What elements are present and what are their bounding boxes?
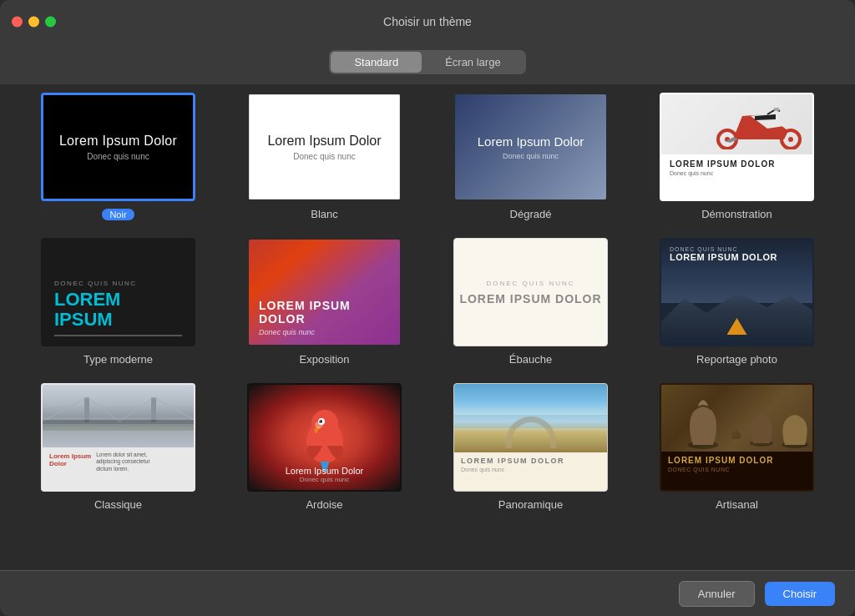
theme-item-panoramique[interactable]: LOREM IPSUM DOLOR Donec quis nunc Panora… (438, 383, 624, 512)
theme-typem-line (54, 335, 182, 336)
minimize-button[interactable] (28, 17, 39, 28)
theme-degrade-title: Lorem Ipsum Dolor (478, 134, 584, 149)
theme-item-noir[interactable]: Lorem Ipsum Dolor Donec quis nunc Noir (25, 93, 211, 221)
bottom-bar: Annuler Choisir (0, 570, 855, 616)
svg-point-19 (319, 420, 321, 422)
theme-item-artisanal[interactable]: LOREM IPSUM DOLOR DONEC QUIS NUNC Artisa… (644, 383, 830, 512)
theme-artisanal-title: LOREM IPSUM DOLOR (668, 456, 806, 465)
tab-widescreen[interactable]: Écran large (422, 52, 524, 73)
theme-degrade-label-wrap: Dégradé (510, 206, 552, 221)
theme-reportage-donec: DONEC QUIS NUNC (670, 246, 804, 252)
svg-rect-14 (43, 385, 194, 420)
themes-grid: Lorem Ipsum Dolor Donec quis nunc Noir L… (25, 93, 830, 512)
themes-content: Lorem Ipsum Dolor Donec quis nunc Noir L… (0, 84, 855, 571)
theme-ardoise-sub: Donec quis nunc (249, 476, 400, 483)
maximize-button[interactable] (45, 17, 56, 28)
theme-thumb-degrade[interactable]: Lorem Ipsum Dolor Donec quis nunc (453, 93, 608, 201)
theme-ardoise-label: Ardoise (306, 498, 342, 511)
theme-typem-donec: DONEC QUIS NUNC (54, 280, 182, 287)
theme-item-type-moderne[interactable]: DONEC QUIS NUNC LOREM IPSUM Type moderne (25, 238, 211, 366)
theme-demonstration-label: Démonstration (701, 208, 772, 220)
theme-blanc-label-wrap: Blanc (311, 206, 338, 221)
tab-standard[interactable]: Standard (331, 52, 422, 73)
theme-blanc-sub: Donec quis nunc (293, 152, 356, 161)
window-title: Choisir un thème (383, 15, 472, 28)
theme-item-ebauche[interactable]: DONEC QUIS NUNC LOREM IPSUM DOLOR Ébauch… (438, 238, 624, 366)
theme-expo-title: LOREM IPSUM DOLOR (259, 299, 390, 326)
parrot-icon (287, 400, 362, 475)
theme-reportage-title: LOREM IPSUM DOLOR (670, 252, 804, 263)
theme-exposition-label: Exposition (300, 353, 350, 366)
theme-item-blanc[interactable]: Lorem Ipsum Dolor Donec quis nunc Blanc (231, 93, 417, 221)
svg-rect-6 (43, 431, 194, 447)
theme-item-degrade[interactable]: Lorem Ipsum Dolor Donec quis nunc Dégrad… (438, 93, 624, 221)
theme-blanc-title: Lorem Ipsum Dolor (267, 134, 381, 149)
theme-classique-label-wrap: Classique (94, 497, 142, 512)
theme-classique-left: Lorem IpsumDolor (49, 452, 91, 486)
theme-thumb-blanc[interactable]: Lorem Ipsum Dolor Donec quis nunc (247, 93, 402, 201)
theme-ebauche-label-wrap: Ébauche (509, 351, 552, 366)
theme-blanc-label: Blanc (311, 208, 338, 220)
theme-noir-label-wrap: Noir (102, 206, 134, 221)
svg-point-3 (788, 137, 793, 142)
theme-thumb-classique[interactable]: Lorem IpsumDolor Lorem dolor sit amet,ad… (41, 383, 195, 492)
theme-demo-title: LOREM IPSUM DOLOR (670, 159, 804, 169)
theme-thumb-artisanal[interactable]: LOREM IPSUM DOLOR DONEC QUIS NUNC (660, 383, 814, 492)
tab-group: Standard Écran large (329, 50, 525, 74)
theme-demonstration-label-wrap: Démonstration (701, 206, 772, 221)
choose-button[interactable]: Choisir (765, 582, 835, 606)
cancel-button[interactable]: Annuler (679, 581, 755, 607)
theme-ebauche-donec: DONEC QUIS NUNC (486, 280, 574, 287)
theme-type-moderne-label: Type moderne (83, 353, 153, 366)
theme-item-ardoise[interactable]: Lorem Ipsum Dolor Donec quis nunc Ardois… (231, 383, 417, 512)
svg-point-20 (315, 422, 323, 428)
theme-item-classique[interactable]: Lorem IpsumDolor Lorem dolor sit amet,ad… (25, 383, 211, 512)
bridge-icon (43, 385, 194, 447)
theme-item-demonstration[interactable]: LOREM IPSUM DOLOR Donec quis nunc Démons… (644, 93, 830, 221)
theme-thumb-reportage-photo[interactable]: DONEC QUIS NUNC LOREM IPSUM DOLOR (660, 238, 814, 346)
theme-pano-sub: Donec quis nunc (461, 467, 600, 472)
theme-degrade-sub: Donec quis nunc (503, 152, 559, 160)
theme-classique-right: Lorem dolor sit amet,adipiscing consecte… (96, 452, 149, 486)
theme-panoramique-label-wrap: Panoramique (498, 497, 563, 512)
titlebar: Choisir un thème (0, 0, 855, 43)
theme-demo-sub: Donec quis nunc (670, 170, 804, 176)
traffic-lights (12, 17, 56, 28)
theme-pano-title: LOREM IPSUM DOLOR (461, 457, 600, 465)
theme-reportage-photo-label-wrap: Reportage photo (696, 351, 777, 366)
theme-exposition-label-wrap: Exposition (300, 351, 350, 366)
theme-type-moderne-label-wrap: Type moderne (83, 351, 153, 366)
theme-artisanal-label-wrap: Artisanal (716, 497, 758, 512)
theme-thumb-ardoise[interactable]: Lorem Ipsum Dolor Donec quis nunc (247, 383, 402, 492)
theme-thumb-panoramique[interactable]: LOREM IPSUM DOLOR Donec quis nunc (453, 383, 608, 492)
theme-classique-label: Classique (94, 498, 142, 511)
window: Choisir un thème Standard Écran large Lo… (0, 0, 855, 616)
moto-icon (709, 99, 809, 149)
theme-noir-badge: Noir (102, 209, 134, 220)
theme-degrade-label: Dégradé (510, 208, 552, 220)
theme-noir-title: Lorem Ipsum Dolor (59, 134, 177, 149)
theme-item-exposition[interactable]: LOREM IPSUM DOLOR Donec quis nunc Exposi… (231, 238, 417, 366)
theme-artisanal-label: Artisanal (716, 498, 758, 511)
theme-panoramique-label: Panoramique (498, 498, 563, 511)
close-button[interactable] (12, 17, 23, 28)
theme-ebauche-label: Ébauche (509, 353, 552, 366)
theme-ebauche-title: LOREM IPSUM DOLOR (459, 292, 601, 305)
tab-bar: Standard Écran large (0, 43, 855, 84)
theme-item-reportage-photo[interactable]: DONEC QUIS NUNC LOREM IPSUM DOLOR Report… (644, 238, 830, 366)
theme-ardoise-label-wrap: Ardoise (306, 497, 342, 512)
theme-artisanal-sub: DONEC QUIS NUNC (668, 467, 806, 472)
theme-thumb-ebauche[interactable]: DONEC QUIS NUNC LOREM IPSUM DOLOR (453, 238, 608, 346)
theme-ardoise-title: Lorem Ipsum Dolor (249, 466, 400, 476)
theme-noir-sub: Donec quis nunc (87, 152, 149, 161)
theme-typem-lorem: LOREM IPSUM (54, 290, 182, 330)
theme-thumb-exposition[interactable]: LOREM IPSUM DOLOR Donec quis nunc (247, 238, 402, 346)
svg-rect-4 (774, 108, 779, 111)
theme-thumb-noir[interactable]: Lorem Ipsum Dolor Donec quis nunc (41, 93, 195, 201)
theme-reportage-photo-label: Reportage photo (696, 353, 777, 366)
theme-thumb-demonstration[interactable]: LOREM IPSUM DOLOR Donec quis nunc (660, 93, 814, 201)
theme-thumb-type-moderne[interactable]: DONEC QUIS NUNC LOREM IPSUM (41, 238, 195, 346)
pottery-icon (661, 385, 812, 452)
theme-expo-sub: Donec quis nunc (259, 328, 390, 336)
